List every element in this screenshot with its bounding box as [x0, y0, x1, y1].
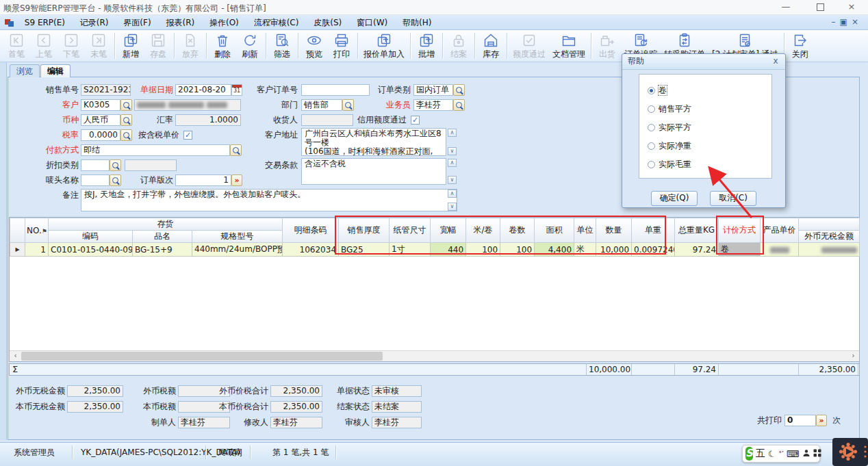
salesman-field[interactable]: 李桂芬 — [413, 99, 453, 111]
sogou-logo-icon[interactable]: S — [745, 447, 753, 461]
mdi-minimize-icon[interactable]: – — [832, 17, 840, 27]
col-amount[interactable]: 外币无税金额 — [799, 231, 860, 243]
cell-total-weight[interactable]: 97.24 — [675, 243, 719, 257]
col-width[interactable]: 宽幅 — [431, 218, 466, 243]
order-type-lookup-button[interactable] — [453, 84, 465, 96]
department-field[interactable]: 销售部 — [301, 99, 342, 111]
cell-pricing-mode-selected[interactable]: 卷 — [719, 243, 761, 257]
menu-workflow[interactable]: 流程审核(C) — [248, 15, 305, 31]
menu-window[interactable]: 窗口(W) — [350, 15, 394, 31]
menu-skin[interactable]: 皮肤(S) — [307, 15, 348, 31]
cell-rolls[interactable]: 100 — [500, 243, 535, 257]
scroll-left-icon[interactable]: ‹ — [10, 352, 21, 361]
toolbar-filter-button[interactable]: 筛选 — [268, 30, 296, 62]
col-code[interactable]: 编码 — [49, 231, 133, 243]
credit-pass-checkbox[interactable]: ✓ — [411, 116, 420, 125]
col-unit-weight[interactable]: 单重 — [632, 218, 675, 243]
toolbox-grid-icon[interactable] — [813, 449, 821, 459]
order-version-field[interactable]: 1 — [175, 174, 231, 186]
keyboard-icon[interactable]: ⌨ — [787, 449, 800, 459]
order-type-field[interactable]: 国内订单 — [413, 84, 453, 96]
col-rolls[interactable]: 卷数 — [500, 218, 535, 243]
toolbar-preview-button[interactable]: 预览 — [301, 30, 328, 62]
tab-browse[interactable]: 浏览 — [10, 64, 40, 77]
address-scroll-up-icon[interactable]: ∧ — [448, 129, 457, 137]
cell-m-per-roll[interactable]: 100 — [466, 243, 500, 257]
tax-rate-lookup-button[interactable] — [120, 129, 132, 141]
col-tube[interactable]: 纸管尺寸 — [390, 218, 431, 243]
col-unit[interactable]: 单位 — [574, 218, 596, 243]
ok-button[interactable]: 确定(Q) — [651, 191, 698, 206]
cancel-button[interactable]: 取消(C) — [710, 191, 756, 206]
cell-unit-weight[interactable]: 0.0097240 — [632, 243, 675, 257]
radio-option-net-weight[interactable]: 实际净重 — [648, 142, 691, 151]
mdi-close-icon[interactable]: × — [852, 17, 863, 27]
cell-unit[interactable]: 米 — [574, 243, 596, 257]
terms-scroll-down-icon[interactable]: ∨ — [448, 176, 457, 184]
toolbar-batch-add-button[interactable]: 批增 — [413, 30, 440, 62]
toolbar-delete-button[interactable]: 删除 — [209, 30, 236, 62]
row-pointer-icon[interactable]: ▶ — [10, 243, 25, 257]
toolbar-document-button[interactable]: 文档管理 — [549, 30, 589, 62]
salesman-lookup-button[interactable] — [453, 99, 465, 111]
trade-terms-field[interactable]: 含运不含税 — [301, 158, 446, 185]
grid-row[interactable]: ▶ 1 C0101-015-0440-09 BG-15+9 440mm/24um… — [10, 243, 860, 257]
mark-name-lookup-button[interactable] — [110, 174, 121, 186]
radio-option-roll[interactable]: 卷 — [648, 86, 667, 96]
cell-amount-redacted[interactable] — [799, 243, 860, 257]
col-m-per-roll[interactable]: 米/卷 — [466, 218, 500, 243]
customer-address-field[interactable]: 广州白云区人和镇白米布秀水工业区8号一楼 (106国道，时利和海鲜酒家正对面, … — [301, 128, 446, 156]
tax-included-checkbox[interactable]: ✓ — [183, 131, 192, 140]
punctuation-icon[interactable]: °’ — [778, 450, 783, 457]
menu-operate[interactable]: 操作(O) — [203, 15, 245, 31]
cell-qty[interactable]: 10,000 — [596, 243, 632, 257]
mark-name-field[interactable] — [81, 174, 110, 186]
menu-report[interactable]: 报表(R) — [159, 15, 201, 31]
toolbar-refresh-button[interactable]: 刷新 — [236, 30, 264, 62]
menu-app[interactable]: S9 ERP(E) — [18, 16, 71, 29]
payment-field[interactable]: 即结 — [81, 144, 230, 156]
col-pricing-mode[interactable]: 计价方式 — [719, 218, 761, 243]
remark-field[interactable]: 按J, 天地盒，打井字带，外包缠绕膜。外包装加贴客户唛头。 — [81, 189, 457, 211]
tax-rate-field[interactable]: 0.0000 — [81, 129, 120, 141]
toolbar-new-button[interactable]: 新增 — [117, 30, 144, 62]
currency-field[interactable]: 人民币 — [81, 114, 120, 126]
payment-lookup-button[interactable] — [230, 144, 242, 156]
maximize-button[interactable] — [806, 0, 834, 14]
cell-no[interactable]: 1 — [25, 243, 49, 257]
currency-lookup-button[interactable] — [120, 114, 132, 126]
discount-type-field[interactable] — [81, 159, 110, 171]
col-price[interactable]: 产品单价 — [761, 218, 799, 243]
minimize-button[interactable]: — — [772, 0, 800, 14]
menu-ui[interactable]: 界面(F) — [117, 15, 157, 31]
remark-scroll-down-icon[interactable]: ∨ — [448, 203, 457, 211]
toolbar-inventory-button[interactable]: 库存 — [477, 30, 505, 62]
customer-po-field[interactable] — [301, 84, 370, 96]
col-group-stock[interactable]: 存货 — [49, 218, 283, 231]
cell-area[interactable]: 4,400 — [535, 243, 574, 257]
cell-price-redacted[interactable] — [761, 243, 799, 257]
radio-option-sales-sqm[interactable]: 销售平方 — [648, 105, 691, 114]
scroll-right-icon[interactable]: › — [848, 352, 858, 361]
address-scroll-down-icon[interactable]: ∨ — [448, 147, 457, 155]
discount-type-lookup-button[interactable] — [110, 159, 121, 171]
remark-scroll-up-icon[interactable]: ∧ — [448, 190, 457, 198]
recorder-app-logo[interactable] — [832, 438, 868, 466]
menu-record[interactable]: 记录(R) — [74, 15, 115, 31]
department-lookup-button[interactable] — [342, 99, 354, 111]
horizontal-scrollbar[interactable]: ‹ › — [10, 350, 859, 361]
customer-lookup-button[interactable] — [120, 99, 132, 111]
terms-scroll-up-icon[interactable]: ∧ — [448, 159, 457, 167]
col-no[interactable]: NO.⚑ — [25, 218, 49, 243]
help-dialog-close-icon[interactable]: x — [770, 56, 781, 67]
cell-tube[interactable]: 1寸 — [390, 243, 431, 257]
col-spec[interactable]: 规格型号 — [192, 231, 283, 243]
customer-field[interactable]: K0305 — [81, 99, 120, 111]
cell-thickness[interactable]: BG25 — [339, 243, 390, 257]
radio-option-gross-weight[interactable]: 实际毛重 — [648, 160, 691, 170]
col-name[interactable]: 品名 — [133, 231, 192, 243]
print-count-field[interactable]: 0 — [784, 415, 816, 426]
col-area[interactable]: 面积 — [535, 218, 574, 243]
moon-icon[interactable]: ☾ — [767, 448, 777, 460]
scrollbar-thumb[interactable] — [21, 352, 383, 361]
